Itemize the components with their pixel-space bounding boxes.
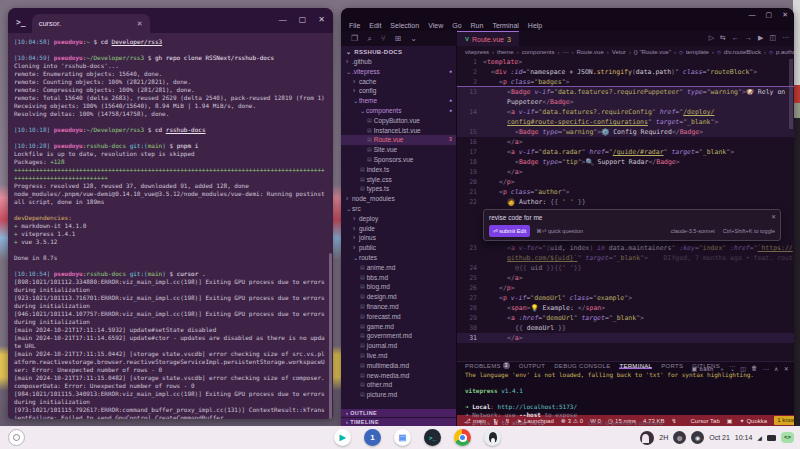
tree-item-joinus[interactable]: ›joinus [341,233,456,243]
tree-item-cache[interactable]: ›cache [341,77,456,87]
tree-item-forecast-md[interactable]: ▤forecast.md [341,312,456,322]
play-store-icon[interactable]: ▶ [334,429,351,446]
code-line-21[interactable]: 21<p class="author"> [457,187,794,197]
tree-item-design-md[interactable]: ▤design.md [341,292,456,302]
notification-icon-1[interactable]: ◍ [673,431,686,444]
tree-item-journal-md[interactable]: ▤journal.md [341,341,456,351]
tree-item-public[interactable]: ›public [341,243,456,253]
code-line-14[interactable]: 14<a v-if="data.features?.requireConfig"… [457,107,794,117]
split-editor-icon[interactable]: ◫ [769,34,776,42]
ai-input[interactable]: revise code for me [489,213,775,222]
code-line-20[interactable]: 20</p> [457,177,794,187]
tab-route-vue[interactable]: V Route.vue 3 [457,31,519,46]
run-all-icon[interactable]: ▶ [758,34,763,42]
penguin-icon[interactable] [484,429,501,446]
tree-item-Route-vue[interactable]: ▤Route.vue3 [341,135,456,145]
integrated-terminal[interactable]: The language 'env' is not loaded, fallin… [457,369,794,426]
maximize-icon[interactable]: ▢ [299,15,307,24]
code-line-23[interactable]: 23<a v-for="(uid, index) in data.maintai… [457,243,794,253]
run-icon[interactable]: ▷ [709,34,714,42]
files-icon[interactable]: ▤ [394,429,411,446]
code-line-2[interactable]: 2<div :id="namespace + JSON.stringify(da… [457,67,794,77]
forward-icon[interactable]: → [745,34,752,42]
breadcrumb-item[interactable]: template [686,49,709,55]
breadcrumb-item[interactable]: components [522,49,555,55]
tree-item-other-md[interactable]: ▤other.md [341,380,456,390]
close-icon[interactable]: ✕ [782,11,788,18]
panel-tab-problems[interactable]: PROBLEMS3 [465,362,510,369]
breadcrumb-item[interactable]: {} "Route.vue" [634,49,671,55]
explorer-icon[interactable]: ❐ [351,34,358,43]
terminal-tab[interactable]: cursor. ✕ [32,14,150,33]
tree-item-Sponsors-vue[interactable]: ▤Sponsors.vue [341,155,456,165]
code-line-29[interactable]: 29<a :href="demoUrl" target="_blank"> [457,313,794,323]
code-line-24[interactable]: 24@{{ uid }}{{' '}} [457,263,794,273]
panel-tab-output[interactable]: OUTPUT [519,362,545,369]
tree-item-src[interactable]: ⌄src [341,204,456,214]
outline-section[interactable]: › OUTLINE [341,409,456,417]
code-line-19[interactable]: 19</a> [457,167,794,177]
model-name[interactable]: claude-3.5-sonnet [671,226,715,236]
tree-item-new-media-md[interactable]: ▤new-media.md [341,371,456,381]
tree-item-components[interactable]: ⌄components● [341,106,456,116]
code-line-28[interactable]: 28<span>💡 Example: </span> [457,303,794,313]
tab-close-icon[interactable]: ✕ [137,20,143,28]
breadcrumb-item[interactable]: p.author [776,49,794,55]
chrome-icon[interactable] [454,429,471,446]
chevron-down-icon[interactable]: ⌄ [410,34,417,43]
more-actions-icon[interactable]: ⋯ [782,34,789,42]
tree-item-Site-vue[interactable]: ▤Site.vue [341,145,456,155]
breadcrumb-item[interactable]: Route.vue [576,49,603,55]
ai-edit-widget[interactable]: ✕revise code for me⏎ submit Edit⌘⏎ quick… [483,209,781,241]
terminal-titlebar[interactable]: >_ cursor. ✕ —▢✕ [8,8,333,33]
tree-item-routes[interactable]: ⌄routes [341,253,456,263]
panel-tab-terminal[interactable]: TERMINAL [619,362,652,369]
code-line-17[interactable]: 17<a v-if="data.radar" href="/guide/#rad… [457,147,794,157]
breadcrumb-item[interactable]: Vetur [612,49,626,55]
menu-view[interactable]: View [428,21,443,31]
code-line-wrap[interactable]: config#route-specific-configurations" ta… [457,117,794,127]
code-line-16[interactable]: 16</a> [457,137,794,147]
code-line-22[interactable]: 22🧑 Author: {{ ' ' }} [457,197,794,207]
tree-item-bbs-md[interactable]: ▤bbs.md [341,273,456,283]
launcher-button[interactable] [8,429,25,446]
menu-selection[interactable]: Selection [390,21,419,31]
code-line-13[interactable]: 13<Badge v-if="data.features?.requirePup… [457,87,794,97]
menu-help[interactable]: Help [528,21,542,31]
tree-item-node_modules[interactable]: ›node_modules [341,194,456,204]
maximize-icon[interactable]: ▢ [766,11,773,18]
breadcrumb[interactable]: vitepress›theme›components›⋯›Route.vue›V… [457,46,794,57]
panel-tab-ports[interactable]: PORTS [661,362,683,369]
tree-item-anime-md[interactable]: ▤anime.md [341,263,456,273]
compare-icon[interactable]: ⇆ [720,34,726,42]
tree-item-CopyButton-vue[interactable]: ▤CopyButton.vue [341,116,456,126]
terminal-icon[interactable]: >_ [424,429,441,446]
tree-item-theme[interactable]: ⌄theme● [341,96,456,106]
search-icon[interactable]: ⌕ [367,34,371,44]
code-line-27[interactable]: 27<p v-if="demoUrl" class="example"> [457,293,794,303]
panel-tab-debug-console[interactable]: DEBUG CONSOLE [554,362,610,369]
menu-edit[interactable]: Edit [369,21,381,31]
code-line-30[interactable]: 30{{ demoUrl }} [457,323,794,333]
code-badge[interactable]: <> [781,432,794,443]
menu-file[interactable]: File [349,21,360,31]
code-line-18[interactable]: 18<Badge type="tip">🔍 Support Radar</Bad… [457,157,794,167]
code-line-wrap[interactable]: github.com/${uid}`" target="_blank"> DIY… [457,253,794,263]
code-line-26[interactable]: 26</p> [457,283,794,293]
code-line-25[interactable]: 25</a> [457,273,794,283]
extensions-icon[interactable]: ⊞ [394,34,401,43]
menu-terminal[interactable]: Terminal [492,21,518,31]
code-line-31[interactable]: 31</a> [457,333,794,343]
tree-item-finance-md[interactable]: ▤finance.md [341,302,456,312]
tree-item-picture-md[interactable]: ▤picture.md [341,390,456,400]
breadcrumb-item[interactable]: theme [497,49,514,55]
tree-item-blog-md[interactable]: ▤blog.md [341,282,456,292]
tree-item-style-css[interactable]: ▤style.css [341,175,456,185]
tree-item-types-ts[interactable]: ▤types.ts [341,184,456,194]
code-line-3[interactable]: 3<p class="badges"> [457,77,794,87]
code-line-1[interactable]: 1<template> [457,57,794,67]
timeline-section[interactable]: › TIMELINE [341,418,456,426]
minimize-icon[interactable]: — [749,11,756,18]
tree-item-config[interactable]: ›config [341,86,456,96]
system-tray[interactable]: 2H ◍ ◉ Oct 21 10:14 ◢ <> [640,431,794,445]
